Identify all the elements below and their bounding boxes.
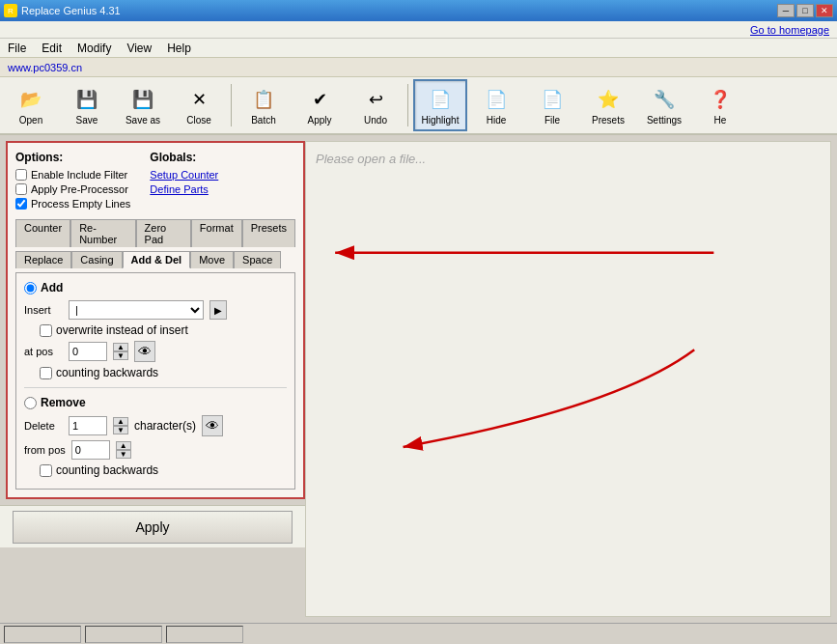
atpos-row: at pos ▲ ▼ 👁 [24,341,287,362]
delete-up-btn[interactable]: ▲ [113,417,128,426]
tab-presets[interactable]: Presets [242,219,295,247]
tab-move[interactable]: Move [190,251,234,268]
save-icon: 💾 [73,86,100,113]
add-section-header: Add [24,281,287,294]
tab-replace[interactable]: Replace [15,251,71,268]
options-globals: Options: Enable Include Filter Apply Pre… [15,151,295,210]
toolbar-help[interactable]: ❓ He [693,79,747,131]
insert-input[interactable]: | [69,300,204,320]
tab-counter[interactable]: Counter [15,219,70,247]
apply-bar: Apply [0,505,305,547]
atpos-input[interactable] [69,342,107,361]
settings-icon: 🔧 [651,86,678,113]
main-layout: Options: Enable Include Filter Apply Pre… [0,135,837,623]
counting-backwards-remove-checkbox[interactable] [40,464,52,477]
apply-icon: ✔ [306,86,333,113]
enable-include-filter-row[interactable]: Enable Include Filter [15,169,130,181]
tab-format[interactable]: Format [191,219,242,247]
add-radio[interactable] [24,282,37,294]
toolbar-presets[interactable]: ⭐ Presets [581,79,635,131]
close-button[interactable]: ✕ [816,4,833,17]
menu-bar: File Edit Modify View Help [0,39,837,58]
tab-content-add-del: Add Insert | ▶ overwrite instead of inse… [15,272,295,490]
overwrite-checkbox[interactable] [40,324,52,337]
status-seg-3 [166,626,243,643]
remove-radio[interactable] [24,397,37,409]
undo-icon: ↩ [362,86,389,113]
delete-eye-btn[interactable]: 👁 [202,415,223,436]
website-url[interactable]: www.pc0359.cn [8,62,82,73]
toolbar-file[interactable]: 📄 File [525,79,579,131]
frompos-input[interactable] [71,440,110,460]
minimize-button[interactable]: ─ [777,4,795,17]
toolbar-settings[interactable]: 🔧 Settings [637,79,691,131]
status-seg-2 [85,626,162,643]
tab-space[interactable]: Space [234,251,281,268]
define-parts-link[interactable]: Define Parts [150,183,218,195]
process-empty-lines-checkbox[interactable] [15,198,27,210]
help-icon: ❓ [707,86,734,113]
menu-view[interactable]: View [123,40,155,57]
goto-homepage-link[interactable]: Go to homepage [750,24,829,36]
atpos-up-btn[interactable]: ▲ [113,343,128,351]
toolbar-close[interactable]: ✕ Close [172,79,226,131]
frompos-label: from pos [24,444,66,456]
enable-include-filter-label: Enable Include Filter [31,169,127,181]
status-seg-1 [4,626,81,643]
toolbar-hide[interactable]: 📄 Hide [469,79,523,131]
globals-title: Globals: [150,151,218,164]
website-bar: www.pc0359.cn [0,58,837,77]
process-empty-lines-row[interactable]: Process Empty Lines [15,198,130,210]
delete-input[interactable] [69,416,107,435]
toolbar-batch[interactable]: 📋 Batch [237,79,291,131]
frompos-row: from pos ▲ ▼ [24,440,287,460]
app-title: Replace Genius 4.31 [21,5,121,16]
maximize-button[interactable]: □ [796,4,814,17]
counting-backwards-add-checkbox[interactable] [40,367,52,379]
hide-icon: 📄 [483,86,510,113]
menu-help[interactable]: Help [163,40,195,57]
goto-bar: Go to homepage [0,21,837,39]
delete-row: Delete ▲ ▼ character(s) 👁 [24,415,287,436]
menu-edit[interactable]: Edit [38,40,66,57]
frompos-up-btn[interactable]: ▲ [116,441,131,450]
overwrite-row: overwrite instead of insert [40,323,287,337]
title-bar: R Replace Genius 4.31 ─ □ ✕ [0,0,837,21]
tabs-row2: Replace Casing Add & Del Move Space [15,251,295,268]
insert-label: Insert [24,304,63,316]
setup-counter-link[interactable]: Setup Counter [150,169,218,181]
close-doc-icon: ✕ [185,86,212,113]
atpos-label: at pos [24,346,63,357]
apply-preprocessor-row[interactable]: Apply Pre-Processor [15,183,130,195]
atpos-eye-btn[interactable]: 👁 [134,341,155,362]
apply-button[interactable]: Apply [13,511,293,544]
toolbar-open[interactable]: 📂 Open [4,79,58,131]
toolbar-undo[interactable]: ↩ Undo [349,79,403,131]
toolbar-highlight[interactable]: 📄 Highlight [413,79,467,131]
delete-down-btn[interactable]: ▼ [113,426,128,434]
toolbar-save-as[interactable]: 💾 Save as [116,79,170,131]
presets-icon: ⭐ [595,86,622,113]
menu-modify[interactable]: Modify [73,40,115,57]
tab-add-del[interactable]: Add & Del [123,251,191,268]
tab-casing[interactable]: Casing [71,251,122,268]
right-panel: Please open a file... [305,141,831,617]
enable-include-filter-checkbox[interactable] [15,169,27,181]
tab-renumber[interactable]: Re-Number [70,219,135,247]
options-col: Options: Enable Include Filter Apply Pre… [15,151,130,210]
tab-zeropad[interactable]: Zero Pad [136,219,191,247]
frompos-down-btn[interactable]: ▼ [116,450,131,459]
toolbar-save[interactable]: 💾 Save [60,79,114,131]
atpos-down-btn[interactable]: ▼ [113,351,128,360]
left-panel: Options: Enable Include Filter Apply Pre… [6,141,305,499]
right-placeholder: Please open a file... [306,142,830,176]
process-empty-lines-label: Process Empty Lines [31,198,130,210]
toolbar-apply[interactable]: ✔ Apply [293,79,347,131]
save-as-icon: 💾 [129,86,156,113]
menu-file[interactable]: File [4,40,30,57]
delete-label: Delete [24,420,63,432]
counting-backwards-remove-label: counting backwards [56,463,158,477]
remove-section-header: Remove [24,396,287,409]
insert-arrow-btn[interactable]: ▶ [209,300,227,320]
apply-preprocessor-checkbox[interactable] [15,183,27,195]
